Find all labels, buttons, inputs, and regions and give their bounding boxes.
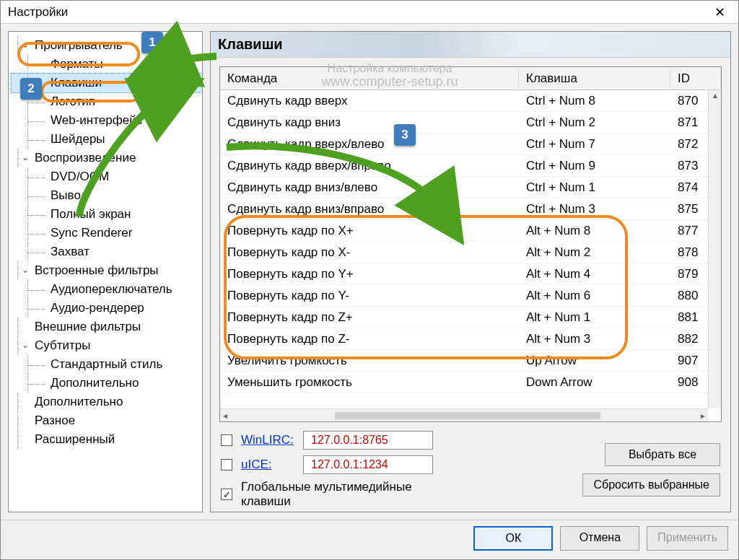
table-row[interactable]: Повернуть кадр по X-Alt + Num 2878 bbox=[220, 242, 721, 263]
cell-key: Alt + Num 3 bbox=[519, 331, 670, 348]
tree-item-label: DVD/OGM bbox=[51, 170, 109, 183]
uice-link[interactable]: uICE: bbox=[241, 458, 299, 472]
tree-item-label: Субтитры bbox=[35, 338, 90, 352]
table-row[interactable]: Уменьшить громкостьDown Arrow908 bbox=[220, 372, 721, 393]
tree-item-label: Дополнительно bbox=[35, 395, 123, 408]
tree-item[interactable]: Логотип bbox=[12, 92, 202, 111]
cell-key: Alt + Num 6 bbox=[519, 287, 670, 305]
tree-item[interactable]: Разное bbox=[12, 411, 202, 430]
winlirc-input[interactable]: 127.0.0.1:8765 bbox=[303, 431, 433, 450]
table-row[interactable]: Повернуть кадр по X+Alt + Num 8877 bbox=[220, 220, 721, 242]
close-icon[interactable]: ✕ bbox=[709, 4, 731, 20]
tree-item[interactable]: Дополнительно bbox=[12, 393, 202, 411]
cell-cmd: Повернуть кадр по X- bbox=[220, 244, 519, 261]
tree-item[interactable]: Форматы bbox=[12, 55, 202, 74]
tree-item[interactable]: Аудио-рендерер bbox=[12, 299, 202, 318]
nav-tree: ⌄ПроигрывательФорматыКлавишиЛоготипWeb-и… bbox=[8, 31, 203, 512]
col-command[interactable]: Команда bbox=[220, 69, 519, 89]
table-row[interactable]: Сдвинуть кадр вверх/вправоCtrl + Num 987… bbox=[220, 155, 721, 177]
tree-item-label: Аудиопереключатель bbox=[51, 282, 172, 296]
tree-item[interactable]: Web-интерфейс bbox=[12, 111, 202, 130]
tree-item-label: Аудио-рендерер bbox=[51, 301, 144, 315]
tree-item-label: Проигрыватель bbox=[35, 38, 123, 52]
tree-item[interactable]: Клавиши bbox=[12, 74, 202, 92]
tree-item[interactable]: Внешние фильтры bbox=[12, 318, 202, 336]
tree-item[interactable]: Вывод bbox=[12, 186, 202, 205]
tree-item-label: Web-интерфейс bbox=[51, 113, 142, 127]
uice-checkbox[interactable] bbox=[221, 459, 232, 471]
chevron-down-icon[interactable]: ⌄ bbox=[22, 341, 30, 349]
tree-item[interactable]: ⌄Воспроизведение bbox=[12, 149, 202, 167]
scroll-up-icon[interactable]: ▴ bbox=[709, 90, 721, 103]
table-row[interactable]: Увеличить громкостьUp Arrow907 bbox=[220, 350, 721, 372]
table-row[interactable]: Сдвинуть кадр вниз/вправоCtrl + Num 3875 bbox=[220, 198, 721, 220]
table-row[interactable]: Сдвинуть кадр внизCtrl + Num 2871 bbox=[220, 112, 721, 134]
horizontal-scrollbar[interactable]: ◂ ▸ bbox=[220, 408, 708, 421]
tree-item[interactable]: DVD/OGM bbox=[12, 167, 202, 186]
table-row[interactable]: Повернуть кадр по Y+Alt + Num 4879 bbox=[220, 263, 721, 285]
window-title: Настройки bbox=[8, 5, 68, 19]
table-row[interactable]: Повернуть кадр по Y-Alt + Num 6880 bbox=[220, 285, 721, 307]
tree-item[interactable]: ⌄Проигрыватель bbox=[12, 36, 202, 55]
cell-cmd: Уменьшить громкость bbox=[220, 374, 519, 391]
table-row[interactable]: Сдвинуть кадр вверх/влевоCtrl + Num 7872 bbox=[220, 134, 721, 155]
tree-item[interactable]: Стандартный стиль bbox=[12, 355, 202, 374]
tree-item[interactable]: Расширенный bbox=[12, 430, 202, 449]
tree-item-label: Вывод bbox=[51, 188, 87, 202]
col-key[interactable]: Клавиша bbox=[519, 69, 670, 89]
table-row[interactable]: Сдвинуть кадр вверхCtrl + Num 8870 bbox=[220, 90, 721, 112]
tree-item[interactable]: Полный экран bbox=[12, 205, 202, 224]
apply-button[interactable]: Применить bbox=[647, 526, 728, 551]
table-row[interactable]: Повернуть кадр по Z-Alt + Num 3882 bbox=[220, 328, 721, 350]
tree-item-label: Внешние фильтры bbox=[35, 320, 141, 333]
tree-item[interactable]: Захват bbox=[12, 242, 202, 261]
scroll-left-icon[interactable]: ◂ bbox=[223, 411, 227, 421]
chevron-down-icon[interactable]: ⌄ bbox=[22, 153, 30, 162]
cell-cmd: Повернуть кадр по Z+ bbox=[220, 309, 519, 326]
tree-item[interactable]: Sync Renderer bbox=[12, 224, 202, 242]
tree-item-label: Захват bbox=[51, 245, 89, 258]
select-all-button[interactable]: Выбрать все bbox=[605, 443, 720, 466]
cell-key: Down Arrow bbox=[519, 374, 670, 391]
cell-key: Ctrl + Num 8 bbox=[519, 92, 670, 110]
winlirc-link[interactable]: WinLIRC: bbox=[241, 433, 299, 447]
chevron-down-icon[interactable]: ⌄ bbox=[22, 266, 30, 274]
cell-cmd: Повернуть кадр по Z- bbox=[220, 331, 519, 348]
scroll-right-icon[interactable]: ▸ bbox=[701, 411, 705, 421]
col-id[interactable]: ID bbox=[670, 69, 721, 89]
tree-item[interactable]: ⌄Встроенные фильтры bbox=[12, 261, 202, 280]
uice-input[interactable]: 127.0.0.1:1234 bbox=[303, 455, 433, 474]
cell-key: Up Arrow bbox=[519, 352, 670, 369]
tree-item[interactable]: ⌄Субтитры bbox=[12, 336, 202, 355]
cell-key: Alt + Num 2 bbox=[519, 244, 670, 261]
cell-cmd: Повернуть кадр по Y+ bbox=[220, 266, 519, 283]
tree-item-label: Sync Renderer bbox=[51, 226, 132, 240]
chevron-down-icon[interactable]: ⌄ bbox=[22, 40, 30, 49]
cell-cmd: Сдвинуть кадр вниз/вправо bbox=[220, 201, 519, 218]
cell-cmd: Сдвинуть кадр вниз/влево bbox=[220, 179, 519, 196]
vertical-scrollbar[interactable]: ▴ bbox=[708, 90, 721, 408]
cell-key: Ctrl + Num 1 bbox=[519, 179, 670, 196]
ok-button[interactable]: ОК bbox=[473, 526, 553, 551]
cell-cmd: Сдвинуть кадр вверх/вправо bbox=[220, 157, 519, 175]
tree-item[interactable]: Аудиопереключатель bbox=[12, 280, 202, 299]
cell-cmd: Сдвинуть кадр вниз bbox=[220, 114, 519, 131]
tree-item-label: Клавиши bbox=[51, 76, 102, 89]
global-hotkeys-checkbox[interactable] bbox=[221, 489, 232, 500]
winlirc-checkbox[interactable] bbox=[221, 434, 232, 446]
tree-item-label: Стандартный стиль bbox=[51, 357, 162, 371]
global-hotkeys-label: Глобальные мультимедийные клавиши bbox=[241, 480, 440, 509]
cell-key: Ctrl + Num 2 bbox=[519, 114, 670, 131]
tree-item[interactable]: Дополнительно bbox=[12, 374, 202, 393]
tree-item-label: Встроенные фильтры bbox=[35, 263, 159, 277]
tree-item-label: Логотип bbox=[51, 95, 95, 108]
cell-key: Ctrl + Num 9 bbox=[519, 157, 670, 175]
reset-selected-button[interactable]: Сбросить выбранные bbox=[582, 473, 720, 496]
cell-cmd: Сдвинуть кадр вверх bbox=[220, 92, 519, 110]
table-row[interactable]: Сдвинуть кадр вниз/влевоCtrl + Num 1874 bbox=[220, 177, 721, 198]
tree-item[interactable]: Шейдеры bbox=[12, 130, 202, 149]
table-row[interactable]: Повернуть кадр по Z+Alt + Num 1881 bbox=[220, 307, 721, 328]
cancel-button[interactable]: Отмена bbox=[560, 526, 639, 551]
cell-key: Ctrl + Num 7 bbox=[519, 136, 670, 153]
cell-key: Ctrl + Num 3 bbox=[519, 201, 670, 218]
